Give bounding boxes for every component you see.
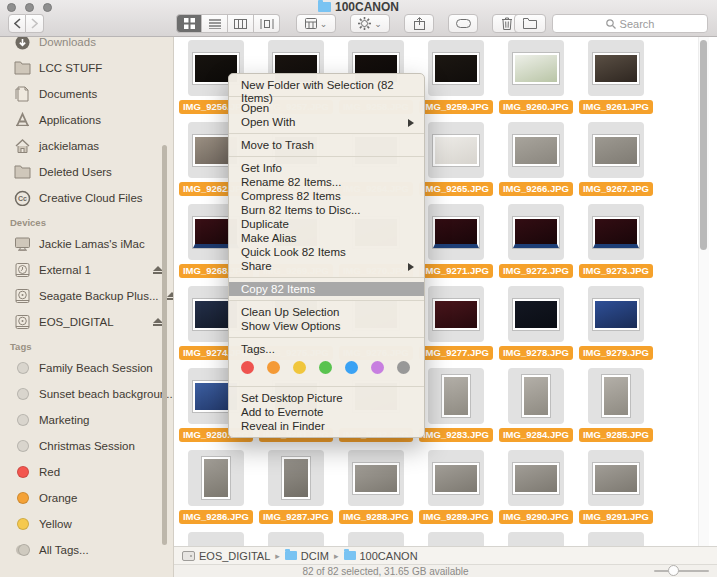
file-item[interactable]: IMG_9271.JPG xyxy=(418,204,494,278)
sidebar-item-deleted-users[interactable]: Deleted Users xyxy=(0,159,173,185)
sidebar-scrollbar[interactable] xyxy=(162,145,167,545)
file-item[interactable]: IMG_9277.JPG xyxy=(418,286,494,360)
file-item[interactable]: IMG_9267.JPG xyxy=(578,122,654,196)
thumbnail-selection-box xyxy=(508,286,564,342)
sidebar-item-creative-cloud-files[interactable]: CcCreative Cloud Files xyxy=(0,185,173,211)
column-view-button[interactable] xyxy=(228,14,254,33)
menu-item-move-to-trash[interactable]: Move to Trash xyxy=(229,138,424,152)
icon-view-button[interactable] xyxy=(176,14,202,33)
file-item[interactable]: IMG_9279.JPG xyxy=(578,286,654,360)
file-item[interactable]: IMG_9265.JPG xyxy=(418,122,494,196)
menu-item-tags-[interactable]: Tags... xyxy=(229,342,424,356)
sidebar-item-documents[interactable]: Documents xyxy=(0,81,173,107)
submenu-arrow-icon xyxy=(408,263,414,271)
file-item[interactable]: IMG_9272.JPG xyxy=(498,204,574,278)
file-item[interactable]: IMG_9278.JPG xyxy=(498,286,574,360)
new-folder-button[interactable] xyxy=(514,14,546,33)
file-item[interactable]: IMG_9291.JPG xyxy=(578,450,654,524)
list-view-button[interactable] xyxy=(202,14,228,33)
zoom-slider[interactable] xyxy=(654,570,709,572)
menu-item-reveal-in-finder[interactable]: Reveal in Finder xyxy=(229,419,424,433)
sidebar-item-jackielamas[interactable]: jackielamas xyxy=(0,133,173,159)
menu-item-burn-82-items-to-disc-[interactable]: Burn 82 Items to Disc... xyxy=(229,203,424,217)
coverflow-view-button[interactable] xyxy=(254,14,280,33)
menu-item-add-to-evernote[interactable]: Add to Evernote xyxy=(229,405,424,419)
menu-item-show-view-options[interactable]: Show View Options xyxy=(229,319,424,333)
arrange-button[interactable]: ⌄ xyxy=(296,14,336,33)
file-item-partial xyxy=(178,532,254,546)
tag-color-icon xyxy=(14,542,31,559)
sidebar-tag-all-tags-[interactable]: All Tags... xyxy=(0,537,173,563)
breadcrumb-100canon[interactable]: 100CANON xyxy=(344,550,418,562)
tag-color-swatch[interactable] xyxy=(319,361,332,374)
file-item[interactable]: IMG_9283.JPG xyxy=(418,368,494,442)
tag-color-swatch[interactable] xyxy=(371,361,384,374)
sidebar-tag-yellow[interactable]: Yellow xyxy=(0,511,173,537)
share-button[interactable] xyxy=(404,14,434,33)
sidebar-device-eos-digital[interactable]: EOS_DIGITAL xyxy=(0,309,173,335)
status-bar: 82 of 82 selected, 31.65 GB available xyxy=(174,564,717,577)
sidebar-item-applications[interactable]: Applications xyxy=(0,107,173,133)
menu-item-duplicate[interactable]: Duplicate xyxy=(229,217,424,231)
sidebar-tag-marketing[interactable]: Marketing xyxy=(0,407,173,433)
tag-button[interactable] xyxy=(448,14,478,33)
tag-color-swatch[interactable] xyxy=(241,361,254,374)
tag-color-swatch[interactable] xyxy=(397,361,410,374)
menu-item-new-folder-with-selection-82-items-[interactable]: New Folder with Selection (82 Items) xyxy=(229,78,424,92)
file-item[interactable]: IMG_9259.JPG xyxy=(418,40,494,114)
file-item[interactable]: IMG_9284.JPG xyxy=(498,368,574,442)
sidebar-tag-red[interactable]: Red xyxy=(0,459,173,485)
sidebar-device-external-1[interactable]: External 1 xyxy=(0,257,173,283)
tag-color-swatch[interactable] xyxy=(345,361,358,374)
menu-item-set-desktop-picture[interactable]: Set Desktop Picture xyxy=(229,391,424,405)
menu-item-open[interactable]: Open xyxy=(229,101,424,115)
breadcrumb-separator: ▸ xyxy=(275,551,280,561)
sidebar-item-label: Seagate Backup Plus... xyxy=(39,290,159,302)
sidebar-tag-family-beach-session[interactable]: Family Beach Session xyxy=(0,355,173,381)
menu-item-make-alias[interactable]: Make Alias xyxy=(229,231,424,245)
sidebar-item-downloads[interactable]: Downloads xyxy=(0,37,173,55)
file-item[interactable]: IMG_9285.JPG xyxy=(578,368,654,442)
file-name-label: IMG_9291.JPG xyxy=(579,510,653,524)
menu-item-compress-82-items[interactable]: Compress 82 Items xyxy=(229,189,424,203)
back-button[interactable] xyxy=(8,14,26,33)
creative-cloud-icon: Cc xyxy=(14,190,31,207)
photo-thumbnail xyxy=(433,463,479,494)
breadcrumb-dcim[interactable]: DCIM xyxy=(285,550,329,562)
file-item[interactable]: IMG_9289.JPG xyxy=(418,450,494,524)
search-input[interactable]: Search xyxy=(552,14,708,33)
file-item[interactable]: IMG_9266.JPG xyxy=(498,122,574,196)
photo-thumbnail xyxy=(433,53,479,84)
eject-icon[interactable] xyxy=(167,292,174,301)
menu-item-share[interactable]: Share xyxy=(229,259,424,273)
file-item[interactable]: IMG_9260.JPG xyxy=(498,40,574,114)
action-button[interactable]: ⌄ xyxy=(350,14,390,33)
file-item[interactable]: IMG_9287.JPG xyxy=(258,450,334,524)
file-item[interactable]: IMG_9288.JPG xyxy=(338,450,414,524)
file-item[interactable]: IMG_9286.JPG xyxy=(178,450,254,524)
menu-item-open-with[interactable]: Open With xyxy=(229,115,424,129)
menu-item-copy-82-items[interactable]: Copy 82 Items xyxy=(229,282,424,296)
file-item[interactable]: IMG_9290.JPG xyxy=(498,450,574,524)
svg-text:Cc: Cc xyxy=(18,195,27,202)
file-item[interactable]: IMG_9273.JPG xyxy=(578,204,654,278)
drive-icon xyxy=(14,314,31,331)
tag-color-swatch[interactable] xyxy=(293,361,306,374)
sidebar-tag-sunset-beach-backgroun-[interactable]: Sunset beach backgroun... xyxy=(0,381,173,407)
file-item[interactable]: IMG_9261.JPG xyxy=(578,40,654,114)
menu-item-clean-up-selection[interactable]: Clean Up Selection xyxy=(229,305,424,319)
sidebar-item-lcc-stuff[interactable]: LCC STUFF xyxy=(0,55,173,81)
menu-item-quick-look-82-items[interactable]: Quick Look 82 Items xyxy=(229,245,424,259)
forward-button[interactable] xyxy=(26,14,44,33)
tag-color-swatch[interactable] xyxy=(267,361,280,374)
sidebar-device-seagate-backup-plus-[interactable]: Seagate Backup Plus... xyxy=(0,283,173,309)
sidebar-tag-christmas-session[interactable]: Christmas Session xyxy=(0,433,173,459)
vertical-scrollbar[interactable] xyxy=(700,40,707,250)
sidebar-tag-orange[interactable]: Orange xyxy=(0,485,173,511)
sidebar-device-jackie-lamas-s-imac[interactable]: Jackie Lamas's iMac xyxy=(0,231,173,257)
menu-item-get-info[interactable]: Get Info xyxy=(229,161,424,175)
zoom-slider-knob[interactable] xyxy=(668,565,679,576)
menu-item-rename-82-items-[interactable]: Rename 82 Items... xyxy=(229,175,424,189)
breadcrumb-eos-digital[interactable]: EOS_DIGITAL xyxy=(182,550,270,562)
file-name-label: IMG_9271.JPG xyxy=(419,264,493,278)
